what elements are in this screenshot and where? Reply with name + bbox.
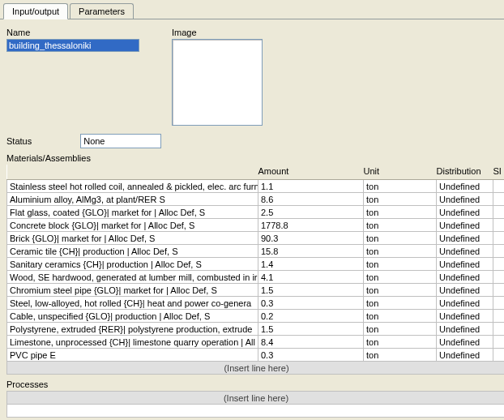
- cell-unit[interactable]: ton: [364, 323, 437, 336]
- cell-unit[interactable]: ton: [364, 271, 437, 284]
- status-input[interactable]: [80, 134, 161, 148]
- table-row[interactable]: Ceramic tile {CH}| production | Alloc De…: [7, 245, 505, 258]
- cell-empty[interactable]: [493, 232, 505, 245]
- name-input[interactable]: [6, 39, 139, 52]
- cell-amt[interactable]: 1.5: [258, 284, 364, 297]
- cell-empty[interactable]: [493, 349, 505, 362]
- materials-label: Materials/Assemblies: [6, 153, 498, 163]
- cell-mat[interactable]: Limestone, unprocessed {CH}| limestone q…: [7, 336, 258, 349]
- cell-amt[interactable]: 0.3: [258, 349, 364, 362]
- cell-empty[interactable]: [493, 336, 505, 349]
- cell-empty[interactable]: [493, 219, 505, 232]
- tab-bar: Input/output Parameters: [0, 0, 504, 19]
- table-row[interactable]: Polystyrene, extruded {RER}| polystyrene…: [7, 323, 505, 336]
- cell-unit[interactable]: ton: [364, 219, 437, 232]
- table-row[interactable]: Wood, SE hardwood, generated at lumber m…: [7, 271, 505, 284]
- cell-empty[interactable]: [493, 310, 505, 323]
- cell-unit[interactable]: ton: [364, 284, 437, 297]
- cell-mat[interactable]: Cable, unspecified {GLO}| production | A…: [7, 310, 258, 323]
- cell-empty[interactable]: [493, 258, 505, 271]
- cell-empty[interactable]: [493, 297, 505, 310]
- processes-blank-row[interactable]: [7, 405, 505, 418]
- tab-parameters[interactable]: Parameters: [70, 3, 134, 19]
- table-row[interactable]: Concrete block {GLO}| market for | Alloc…: [7, 219, 505, 232]
- cell-amt[interactable]: 0.3: [258, 297, 364, 310]
- cell-amt[interactable]: 15.8: [258, 245, 364, 258]
- cell-dist[interactable]: Undefined: [437, 310, 493, 323]
- table-row[interactable]: Chromium steel pipe {GLO}| market for | …: [7, 284, 505, 297]
- cell-unit[interactable]: ton: [364, 232, 437, 245]
- table-row[interactable]: Steel, low-alloyed, hot rolled {CH}| hea…: [7, 297, 505, 310]
- cell-unit[interactable]: ton: [364, 245, 437, 258]
- table-row[interactable]: Sanitary ceramics {CH}| production | All…: [7, 258, 505, 271]
- cell-mat[interactable]: Sanitary ceramics {CH}| production | All…: [7, 258, 258, 271]
- col-distribution[interactable]: Distribution: [437, 165, 493, 180]
- tab-input-output[interactable]: Input/output: [3, 3, 68, 19]
- cell-mat[interactable]: Flat glass, coated {GLO}| market for | A…: [7, 206, 258, 219]
- cell-amt[interactable]: 2.5: [258, 206, 364, 219]
- cell-dist[interactable]: Undefined: [437, 232, 493, 245]
- cell-unit[interactable]: ton: [364, 336, 437, 349]
- col-unit[interactable]: Unit: [364, 165, 437, 180]
- cell-unit[interactable]: ton: [364, 349, 437, 362]
- table-row[interactable]: PVC pipe E0.3tonUndefined: [7, 349, 505, 362]
- table-row[interactable]: Limestone, unprocessed {CH}| limestone q…: [7, 336, 505, 349]
- cell-unit[interactable]: ton: [364, 206, 437, 219]
- cell-unit[interactable]: ton: [364, 310, 437, 323]
- cell-dist[interactable]: Undefined: [437, 245, 493, 258]
- cell-mat[interactable]: PVC pipe E: [7, 349, 258, 362]
- cell-amt[interactable]: 8.6: [258, 193, 364, 206]
- table-row[interactable]: Cable, unspecified {GLO}| production | A…: [7, 310, 505, 323]
- processes-insert-row[interactable]: (Insert line here): [7, 392, 505, 405]
- cell-dist[interactable]: Undefined: [437, 323, 493, 336]
- cell-unit[interactable]: ton: [364, 180, 437, 193]
- cell-mat[interactable]: Wood, SE hardwood, generated at lumber m…: [7, 271, 258, 284]
- cell-mat[interactable]: Aluminium alloy, AlMg3, at plant/RER S: [7, 193, 258, 206]
- cell-mat[interactable]: Chromium steel pipe {GLO}| market for | …: [7, 284, 258, 297]
- table-row[interactable]: Stainless steel hot rolled coil, anneale…: [7, 180, 505, 193]
- cell-dist[interactable]: Undefined: [437, 284, 493, 297]
- cell-dist[interactable]: Undefined: [437, 271, 493, 284]
- cell-empty[interactable]: [493, 271, 505, 284]
- cell-dist[interactable]: Undefined: [437, 336, 493, 349]
- cell-empty[interactable]: [493, 245, 505, 258]
- table-row[interactable]: Flat glass, coated {GLO}| market for | A…: [7, 206, 505, 219]
- cell-empty[interactable]: [493, 284, 505, 297]
- cell-amt[interactable]: 4.1: [258, 271, 364, 284]
- cell-mat[interactable]: Stainless steel hot rolled coil, anneale…: [7, 180, 258, 193]
- cell-unit[interactable]: ton: [364, 297, 437, 310]
- cell-empty[interactable]: [493, 193, 505, 206]
- cell-empty[interactable]: [493, 323, 505, 336]
- cell-amt[interactable]: 90.3: [258, 232, 364, 245]
- col-material[interactable]: [7, 165, 258, 180]
- col-amount[interactable]: Amount: [258, 165, 364, 180]
- cell-dist[interactable]: Undefined: [437, 349, 493, 362]
- cell-empty[interactable]: [493, 206, 505, 219]
- cell-dist[interactable]: Undefined: [437, 193, 493, 206]
- cell-amt[interactable]: 1.4: [258, 258, 364, 271]
- cell-mat[interactable]: Concrete block {GLO}| market for | Alloc…: [7, 219, 258, 232]
- cell-amt[interactable]: 1.1: [258, 180, 364, 193]
- cell-dist[interactable]: Undefined: [437, 219, 493, 232]
- cell-unit[interactable]: ton: [364, 193, 437, 206]
- cell-amt[interactable]: 8.4: [258, 336, 364, 349]
- cell-dist[interactable]: Undefined: [437, 297, 493, 310]
- cell-empty[interactable]: [493, 180, 505, 193]
- cell-amt[interactable]: 1778.8: [258, 219, 364, 232]
- cell-dist[interactable]: Undefined: [437, 258, 493, 271]
- cell-mat[interactable]: Ceramic tile {CH}| production | Alloc De…: [7, 245, 258, 258]
- image-box[interactable]: [172, 39, 263, 126]
- cell-amt[interactable]: 1.5: [258, 323, 364, 336]
- cell-mat[interactable]: Steel, low-alloyed, hot rolled {CH}| hea…: [7, 297, 258, 310]
- cell-amt[interactable]: 0.2: [258, 310, 364, 323]
- cell-mat[interactable]: Brick {GLO}| market for | Alloc Def, S: [7, 232, 258, 245]
- table-row[interactable]: Aluminium alloy, AlMg3, at plant/RER S8.…: [7, 193, 505, 206]
- cell-mat[interactable]: Polystyrene, extruded {RER}| polystyrene…: [7, 323, 258, 336]
- cell-unit[interactable]: ton: [364, 258, 437, 271]
- materials-insert-row[interactable]: (Insert line here): [7, 362, 505, 375]
- table-row[interactable]: Brick {GLO}| market for | Alloc Def, S90…: [7, 232, 505, 245]
- status-label: Status: [6, 136, 32, 146]
- cell-dist[interactable]: Undefined: [437, 180, 493, 193]
- col-last[interactable]: SI: [493, 165, 505, 180]
- cell-dist[interactable]: Undefined: [437, 206, 493, 219]
